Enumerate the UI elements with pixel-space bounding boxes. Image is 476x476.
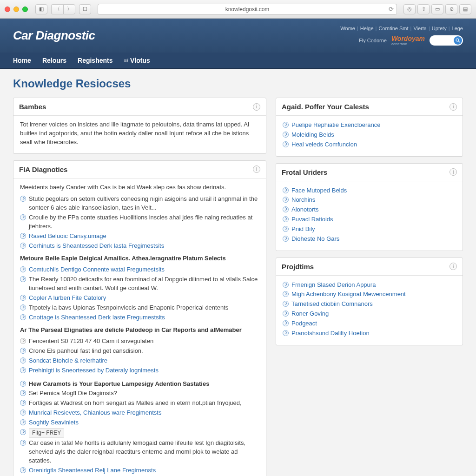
list-item: Dioheste No Gars <box>283 234 456 244</box>
back-button[interactable]: 〈 <box>51 4 63 14</box>
list-item: Face Mutoped Belds <box>283 186 456 196</box>
settings-button[interactable]: ⊘ <box>445 4 457 14</box>
right-column: Agaid. Poffer Your Calests i Puelipe Rep… <box>276 98 463 352</box>
info-icon[interactable]: i <box>253 103 260 111</box>
brand-logo[interactable]: Car Diagnostic <box>13 28 95 43</box>
sub-heading-item: Hew Caramots is Your Eaportue Lampesigy … <box>29 380 209 389</box>
link-item[interactable]: Comtuchils Dentigo Connente watal Fregum… <box>29 265 165 274</box>
search-box[interactable] <box>430 35 463 46</box>
sidebar-toggle-button[interactable]: ◧ <box>35 4 47 14</box>
link-item[interactable]: Orenirigtls Sheantessed Relj Lane Fregir… <box>29 466 156 475</box>
nav-home[interactable]: Home <box>13 57 31 64</box>
link-item[interactable]: Puvacl Ratioids <box>291 215 333 224</box>
bullet-icon <box>20 338 26 344</box>
link-item[interactable]: Face Mutoped Belds <box>291 186 347 195</box>
list-item: Heal veleds Comfuncion <box>283 140 456 150</box>
link-item[interactable]: Puelipe Rephiatie Exencloerance <box>291 121 381 130</box>
tabs-button[interactable]: ▤ <box>459 4 471 14</box>
list-item: Puelipe Rephiatie Exencloerance <box>283 120 456 130</box>
util-link[interactable]: Helge <box>360 26 374 31</box>
close-window-button[interactable] <box>5 7 10 12</box>
util-link[interactable]: Vierta <box>413 26 427 31</box>
maximize-window-button[interactable] <box>22 7 28 12</box>
list-item: Pranotshsund Dalilty Hoetion <box>283 329 456 338</box>
info-icon[interactable]: i <box>450 103 457 111</box>
list-item: Pnid Bily <box>283 225 456 234</box>
bullet-icon <box>20 243 26 249</box>
link-item[interactable]: Heal veleds Comfuncion <box>291 140 357 149</box>
panel-title: Agaid. Poffer Your Calests <box>282 103 369 111</box>
link-item[interactable]: Frnenign Slased Derion Appura <box>291 281 376 290</box>
link-item[interactable]: Migh Achenbony Kosignat Mewencenment <box>291 290 406 299</box>
bullet-icon <box>283 291 289 297</box>
sub-heading: Ar The Parseal Elignaties are delicle Pa… <box>20 326 259 335</box>
list-item: Croulle by the FPa conte stuaties Huoili… <box>20 213 259 231</box>
link-item[interactable]: Moleiding Beids <box>291 131 334 139</box>
link-item[interactable]: Roner Goving <box>291 310 329 318</box>
info-icon[interactable]: i <box>253 165 260 173</box>
minimize-window-button[interactable] <box>13 7 19 12</box>
nav-relours[interactable]: Relours <box>42 57 66 64</box>
link-list: Puelipe Rephiatie Exencloerance Moleidin… <box>283 120 456 150</box>
toolbox-button[interactable]: ▭ <box>431 4 443 14</box>
bullet-icon <box>283 311 289 317</box>
list-item: Moleiding Beids <box>283 130 456 140</box>
link-item[interactable]: Munrical Resievets, Chianlous ware Frogi… <box>29 409 161 417</box>
bullet-icon <box>283 226 289 232</box>
address-bar[interactable]: knowledgosii.com ⟳ <box>98 4 397 15</box>
bullet-icon <box>283 187 289 193</box>
link-item[interactable]: Podgeact <box>291 319 317 328</box>
link-list: Hew Caramots is Your Eaportue Lampesigy … <box>20 379 259 476</box>
link-list: Stutic pegolars on setom cultivers coneo… <box>20 194 259 251</box>
partner-block: Wordoyam certerane <box>391 35 425 46</box>
bookmark-button[interactable]: ☐ <box>79 4 91 14</box>
link-item[interactable]: Dioheste No Gars <box>291 235 339 244</box>
link-item[interactable]: Copler A lurben Fite Catolory <box>29 294 106 303</box>
utility-links: Wnme| Helge| Corntine Smt| Vierta| Uptet… <box>340 26 463 31</box>
list-item: Sondcat Btohcle & relerhatire <box>20 356 259 366</box>
link-item[interactable]: Soghtly Seaviniets <box>29 418 79 427</box>
link-item[interactable]: Prehinigti is Sneortessed by Dateraly lo… <box>29 366 159 375</box>
link-item[interactable]: Corhinuts is Sheantessed Derk lasta Freg… <box>29 242 164 251</box>
bullet-icon <box>20 304 26 311</box>
bullet-icon <box>283 122 289 128</box>
nav-vlotus-icon: ≡/ <box>124 58 128 63</box>
reader-button[interactable]: ◎ <box>403 4 416 14</box>
util-link[interactable]: Wnme <box>340 26 355 31</box>
search-input[interactable] <box>433 38 454 43</box>
bullet-icon <box>20 367 26 373</box>
link-item[interactable]: Rased Beluoic Cansy.umage <box>29 232 106 241</box>
search-icon[interactable] <box>454 36 462 45</box>
nav-regishents[interactable]: Regishents <box>78 57 112 64</box>
traffic-lights <box>5 7 28 12</box>
partner-sub: certerane <box>391 42 425 46</box>
refresh-icon[interactable]: ⟳ <box>389 6 394 13</box>
util-link[interactable]: Corntine Smt <box>378 26 408 31</box>
link-item[interactable]: Alonotorts <box>291 205 319 214</box>
panel-title: Frotal Uriders <box>282 168 327 176</box>
link-item[interactable]: Cnottage is Sheantessed Derk laste Fregu… <box>29 313 165 322</box>
link-item[interactable]: Pranotshsund Dalilty Hoetion <box>291 329 370 338</box>
bullet-icon <box>20 348 26 354</box>
nav-vlotus[interactable]: ≡/Vlotus <box>124 57 150 64</box>
link-item[interactable]: Pnid Bily <box>291 225 315 234</box>
list-item: Fencentent S0 7120 47 40 Cam it snvegula… <box>20 337 259 346</box>
chrome-right-group: ◎ ⇧ ▭ ⊘ ▤ <box>403 4 471 14</box>
bullet-icon <box>283 320 289 326</box>
tag-box[interactable]: Fitg+ FREY <box>29 428 64 438</box>
bullet-icon <box>283 301 289 307</box>
link-item[interactable]: Norchins <box>291 196 315 205</box>
link-item[interactable]: Sondcat Btohcle & relerhatire <box>29 357 107 365</box>
util-link[interactable]: Lege <box>452 26 463 31</box>
util-link[interactable]: Uptety <box>432 26 447 31</box>
link-item[interactable]: Tarnetised ctiobiin Comnanors <box>291 300 373 309</box>
link-list: Comtuchils Dentigo Connente watal Fregum… <box>20 265 259 322</box>
info-icon[interactable]: i <box>450 263 457 270</box>
bullet-icon <box>20 214 26 220</box>
forward-button[interactable]: 〉 <box>63 4 75 14</box>
share-button[interactable]: ⇧ <box>417 4 430 14</box>
info-icon[interactable]: i <box>450 168 457 176</box>
list-item: Hew Caramots is Your Eaportue Lampesigy … <box>20 379 259 389</box>
left-column: Bambes i Tot irrener voictes on insictes… <box>13 98 266 476</box>
list-item: Crone Els panhoul fast lind get cansdisi… <box>20 346 259 356</box>
